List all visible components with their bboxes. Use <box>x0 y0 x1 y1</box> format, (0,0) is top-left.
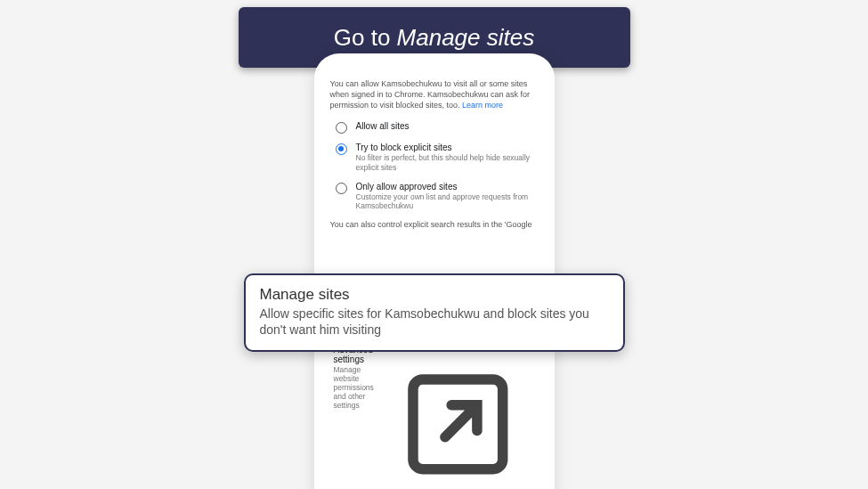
radio-icon[interactable] <box>336 122 347 134</box>
option-desc: Customize your own list and approve requ… <box>356 192 539 211</box>
callout-title: Manage sites <box>260 286 609 304</box>
radio-icon[interactable] <box>336 143 347 155</box>
learn-more-link[interactable]: Learn more <box>462 101 503 110</box>
radio-icon[interactable] <box>336 183 347 194</box>
manage-sites-callout: Manage sites Allow specific sites for Ka… <box>244 273 625 352</box>
intro-text: You can allow Kamsobechukwu to visit all… <box>330 78 539 110</box>
search-note: You can also control explicit search res… <box>330 220 539 229</box>
advanced-settings-row[interactable]: Advanced settings Manage website permiss… <box>330 336 539 489</box>
option-title: Only allow approved sites <box>356 182 539 192</box>
option-approved-only[interactable]: Only allow approved sites Customize your… <box>330 182 539 211</box>
callout-desc: Allow specific sites for Kamsobechukwu a… <box>260 306 609 338</box>
option-allow-all[interactable]: Allow all sites <box>330 121 539 134</box>
banner-text: Go to Manage sites <box>334 24 534 52</box>
option-desc: No filter is perfect, but this should he… <box>356 153 539 172</box>
open-icon <box>381 347 535 489</box>
option-block-explicit[interactable]: Try to block explicit sites No filter is… <box>330 143 539 172</box>
phone-frame: You can allow Kamsobechukwu to visit all… <box>314 53 555 489</box>
option-title: Try to block explicit sites <box>356 143 539 152</box>
advanced-desc: Manage website permissions and other set… <box>334 365 374 410</box>
option-title: Allow all sites <box>356 121 410 131</box>
